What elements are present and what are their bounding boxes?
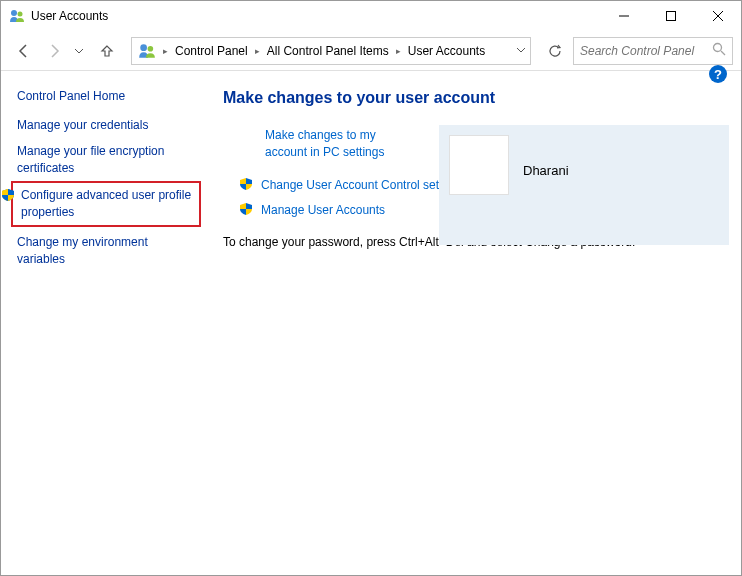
svg-point-1 <box>18 12 23 17</box>
user-accounts-icon <box>138 42 156 60</box>
svg-line-9 <box>721 51 725 55</box>
sidebar-link-label: Configure advanced user profile properti… <box>21 188 191 219</box>
forward-button[interactable] <box>45 42 63 60</box>
title-bar: User Accounts <box>1 1 741 31</box>
page-heading: Make changes to your user account <box>223 89 729 107</box>
svg-point-7 <box>148 45 154 51</box>
sidebar-link-credentials[interactable]: Manage your credentials <box>17 117 195 134</box>
link-pc-settings[interactable]: Make changes to my account in PC setting… <box>265 127 413 161</box>
user-card: Dharani <box>439 125 729 245</box>
search-box[interactable] <box>573 37 733 65</box>
refresh-button[interactable] <box>541 37 569 65</box>
sidebar-link-advanced-profile[interactable]: Configure advanced user profile properti… <box>19 187 193 221</box>
recent-dropdown-button[interactable] <box>75 47 83 55</box>
sidebar-link-env-vars[interactable]: Change my environment variables <box>17 234 195 268</box>
shield-icon <box>1 188 15 207</box>
sidebar-home-link[interactable]: Control Panel Home <box>17 89 195 103</box>
user-accounts-icon <box>9 8 25 24</box>
highlight-annotation: Configure advanced user profile properti… <box>11 181 201 227</box>
sidebar-link-encryption[interactable]: Manage your file encryption certificates <box>17 143 195 177</box>
link-uac-settings[interactable]: Change User Account Control settings <box>261 177 464 194</box>
chevron-right-icon[interactable]: ▸ <box>255 46 260 56</box>
back-button[interactable] <box>15 42 33 60</box>
svg-point-0 <box>11 10 17 16</box>
breadcrumb-item[interactable]: Control Panel <box>171 44 252 58</box>
shield-icon <box>239 177 253 194</box>
chevron-down-icon[interactable] <box>516 44 526 58</box>
main-content: ? Make changes to your user account Make… <box>211 71 741 575</box>
svg-point-6 <box>140 44 147 51</box>
chevron-right-icon[interactable]: ▸ <box>163 46 168 56</box>
sidebar: Control Panel Home Manage your credentia… <box>1 71 211 575</box>
svg-point-8 <box>714 44 722 52</box>
help-button[interactable]: ? <box>709 65 727 83</box>
svg-rect-3 <box>667 12 676 21</box>
minimize-button[interactable] <box>601 1 647 31</box>
breadcrumb-item[interactable]: All Control Panel Items <box>263 44 393 58</box>
nav-bar: ▸ Control Panel ▸ All Control Panel Item… <box>1 31 741 71</box>
search-icon[interactable] <box>708 42 726 59</box>
maximize-button[interactable] <box>648 1 694 31</box>
close-button[interactable] <box>695 1 741 31</box>
breadcrumb-item[interactable]: User Accounts <box>404 44 489 58</box>
user-avatar <box>449 135 509 195</box>
chevron-right-icon[interactable]: ▸ <box>396 46 401 56</box>
link-manage-accounts[interactable]: Manage User Accounts <box>261 202 385 219</box>
window-title: User Accounts <box>31 9 601 23</box>
search-input[interactable] <box>580 44 708 58</box>
up-button[interactable] <box>99 43 115 59</box>
breadcrumb[interactable]: ▸ Control Panel ▸ All Control Panel Item… <box>131 37 531 65</box>
shield-icon <box>239 202 253 219</box>
